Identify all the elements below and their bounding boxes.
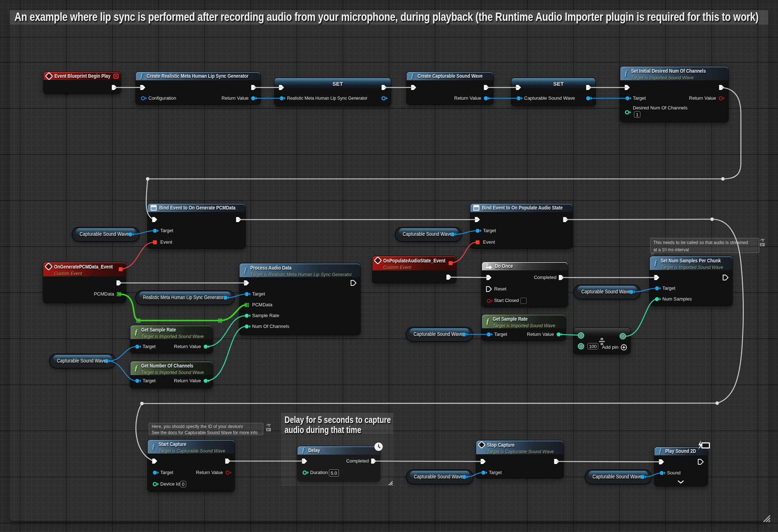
svg-text:1: 1 bbox=[486, 263, 488, 266]
